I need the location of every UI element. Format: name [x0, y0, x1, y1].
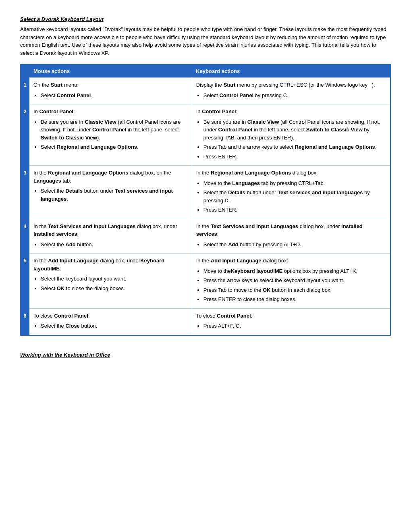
row-number: 1	[21, 78, 29, 104]
mouse-cell-5: In the Add Input Language dialog box, un…	[29, 254, 192, 309]
keyboard-cell-6: To close Control Panel: Press ALT+F, C.	[192, 308, 390, 335]
footer-link[interactable]: Working with the Keyboard in Office	[20, 352, 391, 358]
keyboard-cell-4: In the Text Services and Input Languages…	[192, 219, 390, 254]
row-number: 3	[21, 166, 29, 219]
mouse-cell-6: To close Control Panel: Select the Close…	[29, 308, 192, 335]
empty-header	[21, 64, 29, 78]
table-row: 4 In the Text Services and Input Languag…	[21, 219, 390, 254]
mouse-cell-2: In Control Panel: Be sure you are in Cla…	[29, 104, 192, 166]
table-row: 3 In the Regional and Language Options d…	[21, 166, 390, 219]
row-number: 4	[21, 219, 29, 254]
page-title: Select a Dvorak Keyboard Layout	[20, 16, 391, 22]
table-row: 5 In the Add Input Language dialog box, …	[21, 254, 390, 309]
keyboard-cell-5: In the Add Input Language dialog box: Mo…	[192, 254, 390, 309]
row-number: 5	[21, 254, 29, 309]
keyboard-actions-header: Keyboard actions	[192, 64, 390, 78]
keyboard-cell-3: In the Regional and Language Options dia…	[192, 166, 390, 219]
keyboard-cell-2: In Control Panel: Be sure you are in Cla…	[192, 104, 390, 166]
intro-paragraph: Alternative keyboard layouts called "Dvo…	[20, 25, 391, 57]
row-number: 6	[21, 308, 29, 335]
instructions-table: Mouse actions Keyboard actions 1 On the …	[20, 64, 391, 336]
mouse-cell-1: On the Start menu: Select Control Panel.	[29, 78, 192, 104]
mouse-actions-header: Mouse actions	[29, 64, 192, 78]
table-row: 2 In Control Panel: Be sure you are in C…	[21, 104, 390, 166]
mouse-cell-4: In the Text Services and Input Languages…	[29, 219, 192, 254]
mouse-cell-3: In the Regional and Language Options dia…	[29, 166, 192, 219]
keyboard-cell-1: Display the Start menu by pressing CTRL+…	[192, 78, 390, 104]
row-number: 2	[21, 104, 29, 166]
table-row: 6 To close Control Panel: Select the Clo…	[21, 308, 390, 335]
table-row: 1 On the Start menu: Select Control Pane…	[21, 78, 390, 104]
